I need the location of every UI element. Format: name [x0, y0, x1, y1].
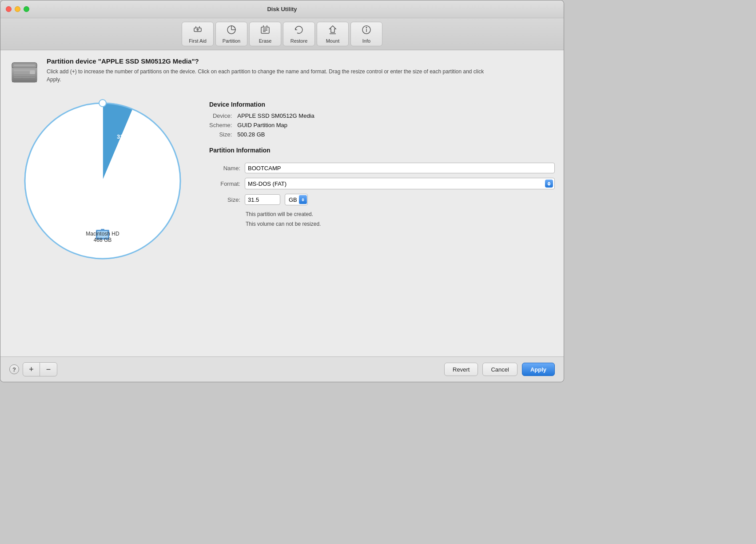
name-input[interactable]: [245, 163, 555, 173]
format-select[interactable]: MS-DOS (FAT) Mac OS Extended (Journaled)…: [245, 178, 555, 189]
size-controls: GB MB TB: [245, 194, 308, 205]
partition-header-description: Click add (+) to increase the number of …: [47, 68, 491, 84]
info-icon: [361, 24, 372, 36]
device-label: Device:: [209, 112, 232, 119]
title-bar: Disk Utility: [0, 0, 564, 18]
size-value: 500.28 GB: [237, 131, 555, 138]
disk-icon: [9, 57, 40, 88]
size-input[interactable]: [245, 194, 280, 205]
name-row: Name:: [209, 163, 555, 173]
add-remove-group: + −: [23, 362, 57, 376]
format-select-wrapper: MS-DOS (FAT) Mac OS Extended (Journaled)…: [245, 178, 555, 189]
minimize-button[interactable]: [15, 6, 20, 12]
svg-rect-33: [97, 231, 108, 238]
remove-partition-button[interactable]: −: [40, 363, 57, 376]
cancel-button[interactable]: Cancel: [482, 363, 517, 376]
partition-info-title: Partition Information: [209, 147, 555, 154]
scheme-label: Scheme:: [209, 122, 232, 128]
info-button[interactable]: Info: [350, 22, 382, 46]
info-label: Info: [362, 38, 370, 44]
unit-selector: GB MB TB: [285, 194, 308, 205]
pie-container: 31.5 GB Macintosh HD 468 GB: [18, 96, 187, 265]
partition-info-section: Partition Information Name: Format: MS-D…: [209, 147, 555, 229]
first-aid-label: First Aid: [189, 38, 207, 44]
first-aid-button[interactable]: First Aid: [182, 22, 214, 46]
revert-button[interactable]: Revert: [444, 363, 478, 376]
name-label: Name:: [209, 165, 240, 172]
body-layout: 31.5 GB Macintosh HD 468 GB: [9, 96, 555, 349]
erase-icon: [260, 24, 271, 36]
partition-label: Partition: [223, 38, 240, 44]
format-row: Format: MS-DOS (FAT) Mac OS Extended (Jo…: [209, 178, 555, 189]
mount-icon: [327, 24, 338, 36]
svg-rect-22: [14, 70, 35, 71]
bottom-bar: ? + − Revert Cancel Apply: [0, 356, 564, 382]
svg-rect-26: [14, 77, 35, 78]
svg-rect-25: [14, 75, 35, 76]
restore-button[interactable]: Restore: [283, 22, 315, 46]
close-button[interactable]: [6, 6, 12, 12]
partition-header-text: Partition device "APPLE SSD SM0512G Medi…: [47, 57, 491, 84]
window-title: Disk Utility: [267, 6, 297, 12]
partition-header-title: Partition device "APPLE SSD SM0512G Medi…: [47, 57, 491, 65]
svg-point-16: [366, 27, 367, 28]
unit-select[interactable]: GB MB TB: [285, 194, 308, 205]
device-value: APPLE SSD SM0512G Media: [237, 112, 555, 119]
apply-button[interactable]: Apply: [522, 363, 555, 376]
erase-button[interactable]: Erase: [249, 22, 281, 46]
add-partition-button[interactable]: +: [23, 363, 40, 376]
device-info-title: Device Information: [209, 101, 555, 108]
info-panel: Device Information Device: APPLE SSD SM0…: [209, 96, 555, 349]
svg-text:31.5 GB: 31.5 GB: [117, 133, 138, 140]
device-info-table: Device: APPLE SSD SM0512G Media Scheme: …: [209, 112, 555, 138]
mount-button[interactable]: Mount: [317, 22, 349, 46]
first-aid-icon: [192, 24, 203, 36]
size-label: Size:: [209, 131, 232, 138]
format-label: Format:: [209, 180, 240, 187]
toolbar: First Aid Partition: [0, 18, 564, 50]
status-messages: This partition will be created. This vol…: [209, 210, 555, 229]
main-content: Partition device "APPLE SSD SM0512G Medi…: [0, 50, 564, 356]
svg-marker-12: [330, 26, 336, 32]
restore-icon: [294, 24, 304, 36]
svg-rect-34: [101, 229, 104, 231]
mount-label: Mount: [326, 38, 340, 44]
bottom-right: Revert Cancel Apply: [444, 363, 555, 376]
svg-rect-27: [30, 71, 35, 74]
bottom-left: ? + −: [9, 362, 57, 376]
device-info-section: Device Information Device: APPLE SSD SM0…: [209, 101, 555, 138]
partition-icon: [226, 24, 237, 36]
restore-label: Restore: [290, 38, 308, 44]
partition-header: Partition device "APPLE SSD SM0512G Medi…: [9, 57, 555, 88]
size-input-label: Size:: [209, 196, 240, 203]
partition-button[interactable]: Partition: [215, 22, 247, 46]
size-row: Size: GB MB TB: [209, 194, 555, 205]
window-controls[interactable]: [6, 6, 29, 12]
svg-point-30: [99, 100, 106, 107]
status-created: This partition will be created.: [246, 210, 555, 220]
pie-area: 31.5 GB Macintosh HD 468 GB: [9, 96, 196, 349]
maximize-button[interactable]: [24, 6, 29, 12]
help-button[interactable]: ?: [9, 364, 19, 374]
erase-label: Erase: [259, 38, 272, 44]
status-resize: This volume can not be resized.: [246, 220, 555, 229]
svg-rect-19: [14, 64, 35, 66]
scheme-value: GUID Partition Map: [237, 122, 555, 128]
